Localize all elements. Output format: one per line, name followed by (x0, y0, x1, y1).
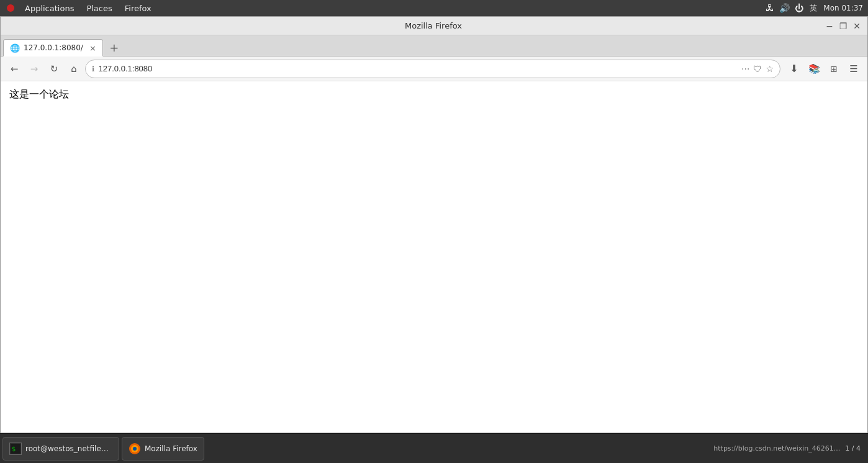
info-icon: ℹ (92, 65, 95, 73)
menu-button[interactable]: ☰ (845, 60, 862, 78)
tab-favicon: 🌐 (10, 43, 20, 53)
nav-bar: ← → ↻ ⌂ ℹ ··· 🛡 ☆ ⬇ 📚 ⊞ ☰ (1, 56, 867, 81)
svg-point-6 (133, 447, 137, 451)
browser-tab[interactable]: 🌐 127.0.0.1:8080/ × (3, 39, 103, 56)
network-icon[interactable]: 🖧 (766, 3, 774, 13)
volume-icon[interactable]: 🔊 (779, 3, 790, 13)
app-icon (5, 2, 16, 14)
svg-text:$: $ (12, 446, 16, 452)
more-options-button[interactable]: ··· (741, 64, 749, 74)
address-bar-actions: ··· 🛡 ☆ (741, 64, 774, 74)
minimize-button[interactable]: − (824, 20, 835, 32)
taskbar-url: https://blog.csdn.net/weixin_46261... (713, 444, 840, 452)
taskbar-terminal[interactable]: $ root@westos_netfilesystem:/var/w... (2, 437, 119, 461)
page-content: 这是一个论坛 (9, 88, 859, 101)
firefox-menu[interactable]: Firefox (120, 2, 156, 14)
window-title: Mozilla Firefox (43, 21, 824, 30)
pocket-button[interactable]: 🛡 (753, 64, 762, 74)
system-bar-right: 🖧 🔊 ⏻ 英 Mon 01:37 (766, 3, 863, 14)
title-bar: Mozilla Firefox − ❐ ✕ (1, 17, 867, 35)
home-button[interactable]: ⌂ (65, 60, 83, 78)
taskbar-right: https://blog.csdn.net/weixin_46261... 1 … (713, 444, 866, 452)
system-clock: Mon 01:37 (823, 4, 863, 12)
terminal-icon: $ (9, 443, 22, 455)
close-button[interactable]: ✕ (851, 20, 862, 32)
places-menu[interactable]: Places (81, 2, 117, 14)
synced-tabs-button[interactable]: ⊞ (825, 60, 843, 78)
taskbar-firefox[interactable]: Mozilla Firefox (122, 437, 204, 461)
bookmark-button[interactable]: ☆ (766, 64, 774, 74)
new-tab-button[interactable]: + (106, 38, 123, 56)
applications-menu[interactable]: Applications (20, 2, 79, 14)
terminal-label: root@westos_netfilesystem:/var/w... (25, 444, 112, 453)
tab-title: 127.0.0.1:8080/ (24, 43, 83, 52)
firefox-window: Mozilla Firefox − ❐ ✕ 🌐 127.0.0.1:8080/ … (0, 16, 868, 433)
address-bar[interactable]: ℹ ··· 🛡 ☆ (85, 60, 780, 78)
firefox-task-label: Mozilla Firefox (145, 444, 197, 453)
svg-point-1 (7, 7, 14, 11)
system-bar-left: Applications Places Firefox (5, 2, 156, 14)
url-input[interactable] (99, 64, 738, 73)
bookmarks-button[interactable]: 📚 (805, 60, 823, 78)
tab-bar: 🌐 127.0.0.1:8080/ × + (1, 35, 867, 56)
sys-tray-icons: 🖧 🔊 ⏻ (766, 3, 803, 13)
tab-close-button[interactable]: × (89, 43, 96, 53)
restore-button[interactable]: ❐ (838, 20, 849, 32)
web-content: 这是一个论坛 (1, 81, 867, 433)
power-icon[interactable]: ⏻ (795, 3, 803, 13)
back-button[interactable]: ← (6, 60, 23, 78)
taskbar-left: $ root@westos_netfilesystem:/var/w... Mo… (2, 437, 204, 461)
system-bar: Applications Places Firefox 🖧 🔊 ⏻ 英 Mon … (0, 0, 868, 16)
reload-button[interactable]: ↻ (45, 60, 63, 78)
nav-right-buttons: ⬇ 📚 ⊞ ☰ (785, 60, 862, 78)
taskbar-page-info: 1 / 4 (845, 444, 861, 452)
window-controls: − ❐ ✕ (824, 20, 862, 32)
taskbar: $ root@westos_netfilesystem:/var/w... Mo… (0, 433, 868, 463)
download-button[interactable]: ⬇ (785, 60, 803, 78)
firefox-taskbar-icon (129, 443, 141, 455)
forward-button[interactable]: → (25, 60, 43, 78)
system-lang[interactable]: 英 (810, 3, 817, 14)
